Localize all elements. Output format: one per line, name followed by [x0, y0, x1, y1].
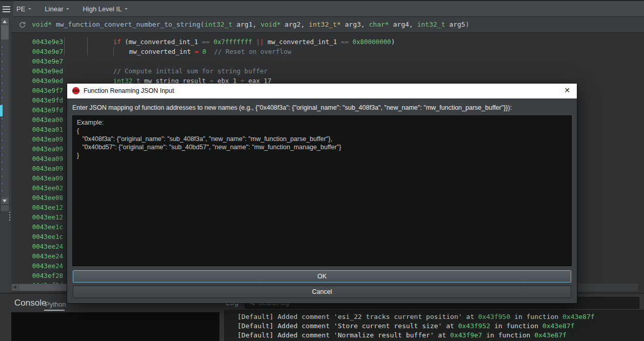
- dialog-title-bar[interactable]: Function Renaming JSON Input ✕: [67, 84, 577, 98]
- chevron-down-icon: [125, 8, 128, 11]
- dialog-title: Function Renaming JSON Input: [84, 87, 174, 94]
- cancel-button[interactable]: Cancel: [73, 286, 571, 298]
- close-icon[interactable]: ✕: [564, 86, 570, 94]
- address-cell[interactable]: 0043ee24: [11, 261, 63, 271]
- address-cell[interactable]: 0043ee08: [11, 193, 63, 203]
- address-cell[interactable]: 0043ea09: [11, 134, 63, 144]
- code-row[interactable]: 0043e9e7 mw_converted_int = 0 // Reset o…: [11, 47, 644, 56]
- address-cell[interactable]: 0043ea01: [11, 125, 63, 134]
- binary-ninja-window: PE Linear High Level IL: [0, 0, 644, 341]
- refresh-icon[interactable]: [18, 21, 26, 29]
- console-panel-title: Console: [14, 298, 46, 308]
- json-input-textarea[interactable]: Example: { "0x408f3a": {"original_name":…: [72, 115, 572, 266]
- menu-item-linear-label: Linear: [45, 5, 63, 13]
- hamburger-menu-icon[interactable]: [0, 1, 13, 17]
- panel-resize-grip[interactable]: [9, 212, 10, 221]
- binary-ninja-logo-icon: [72, 87, 80, 95]
- log-line[interactable]: [Default] Added comment 'Normalize resul…: [237, 331, 644, 340]
- address-cell[interactable]: 0043ee1c: [11, 232, 63, 242]
- address-cell[interactable]: 0043ea09: [11, 154, 63, 164]
- address-cell[interactable]: 0043ee12: [11, 203, 63, 212]
- python-console[interactable]: [11, 312, 219, 341]
- function-signature[interactable]: void* mw_function_convert_number_to_stri…: [32, 21, 469, 28]
- code-line[interactable]: // Compute initial sum for string buffer: [63, 66, 268, 76]
- left-sidebar: [0, 17, 11, 293]
- chevron-down-icon: [66, 8, 69, 11]
- menu-items: PE Linear High Level IL: [16, 1, 128, 17]
- scroll-up-arrow-icon[interactable]: [1, 18, 9, 25]
- current-position-marker: [0, 105, 3, 116]
- code-line[interactable]: mw_converted_int = 0 // Reset on overflo…: [63, 47, 291, 56]
- code-line[interactable]: if (mw_converted_int_1 == 0x7fffffff || …: [63, 37, 395, 47]
- dialog-prompt-text: Enter JSON mapping of function addresses…: [72, 104, 512, 111]
- tab-python[interactable]: Python: [45, 300, 66, 308]
- address-cell[interactable]: 0043e9fd: [11, 95, 63, 105]
- menu-item-hlil[interactable]: High Level IL: [83, 5, 128, 13]
- address-cell[interactable]: 0043ee24: [11, 242, 63, 251]
- chevron-down-icon: [28, 8, 31, 11]
- code-row[interactable]: 0043e9e3 if (mw_converted_int_1 == 0x7ff…: [11, 37, 644, 47]
- function-signature-bar: void* mw_function_convert_number_to_stri…: [11, 17, 644, 33]
- vertical-scrollbar-thumb[interactable]: [1, 25, 9, 39]
- address-cell[interactable]: 0043ee12: [11, 212, 63, 222]
- address-cell[interactable]: 0043ea09: [11, 164, 63, 173]
- log-line[interactable]: [Default] Added comment 'esi_22 tracks c…: [237, 312, 644, 322]
- address-cell[interactable]: 0043e9ed: [11, 76, 63, 86]
- address-cell[interactable]: 0043e9e7: [11, 47, 63, 56]
- code-row[interactable]: 0043e9ed // Compute initial sum for stri…: [11, 66, 644, 76]
- menu-item-linear[interactable]: Linear: [45, 5, 69, 13]
- active-tab-underline: [44, 310, 65, 311]
- horizontal-scrollbar-thumb[interactable]: [19, 284, 68, 291]
- scroll-down-arrow-icon[interactable]: [1, 197, 9, 204]
- address-cell[interactable]: 0043ee1c: [11, 222, 63, 232]
- address-cell[interactable]: 0043ea00: [11, 115, 63, 125]
- address-cell[interactable]: 0043e9ed: [11, 66, 63, 76]
- menu-bar: PE Linear High Level IL: [0, 0, 644, 17]
- function-renaming-dialog: Function Renaming JSON Input ✕ Enter JSO…: [67, 83, 577, 304]
- code-line[interactable]: [63, 56, 78, 66]
- address-cell[interactable]: 0043ea09: [11, 173, 63, 183]
- address-cell[interactable]: 0043e9fd: [11, 105, 63, 115]
- menu-item-hlil-label: High Level IL: [83, 5, 122, 13]
- menu-item-pe-label: PE: [16, 5, 25, 13]
- address-cell[interactable]: 0043ea09: [11, 144, 63, 154]
- log-output[interactable]: [Default] Added comment 'esi_22 tracks c…: [224, 310, 644, 341]
- scrollbar-annotation-marks: [2, 47, 3, 193]
- ok-button[interactable]: OK: [73, 270, 571, 283]
- address-cell[interactable]: 0043e9e3: [11, 37, 63, 47]
- block-indicator-line: [87, 37, 88, 55]
- address-cell[interactable]: 0043ee24: [11, 251, 63, 261]
- address-cell[interactable]: 0043e9e7: [11, 56, 63, 66]
- address-cell[interactable]: 0043e9f7: [11, 86, 63, 95]
- menu-item-pe[interactable]: PE: [16, 5, 31, 13]
- scroll-left-arrow-icon[interactable]: [12, 284, 18, 291]
- log-line[interactable]: [Default] Added comment 'Store current r…: [237, 322, 644, 331]
- address-cell[interactable]: 0043ef28: [11, 271, 63, 280]
- scrollbar-secondary-thumb[interactable]: [1, 205, 9, 211]
- block-indicator-line: [64, 37, 65, 55]
- code-row[interactable]: 0043e9e7: [11, 56, 644, 66]
- address-cell[interactable]: 0043ee02: [11, 183, 63, 193]
